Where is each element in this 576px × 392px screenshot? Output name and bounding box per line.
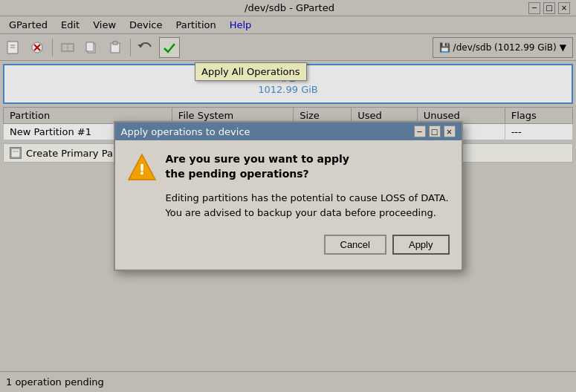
warning-icon: ! [127, 152, 157, 182]
dialog-warning-line2: You are advised to backup your data befo… [166, 206, 450, 220]
dialog-title: Apply operations to device [121, 126, 250, 137]
dialog-titlebar-buttons: − □ × [414, 125, 456, 137]
dialog-content: ! Are you sure you want to apply the pen… [115, 140, 462, 270]
svg-text:!: ! [138, 160, 145, 178]
dialog-header: ! Are you sure you want to apply the pen… [127, 152, 450, 182]
apply-dialog: Apply operations to device − □ × ! Are y… [114, 121, 463, 271]
dialog-minimize-button[interactable]: − [414, 125, 426, 137]
dialog-close-button[interactable]: × [444, 125, 456, 137]
dialog-overlay: Apply operations to device − □ × ! Are y… [0, 0, 576, 392]
dialog-question: Are you sure you want to apply the pendi… [166, 152, 349, 181]
dialog-warning-line1: Editing partitions has the potential to … [166, 191, 450, 206]
dialog-body: Editing partitions has the potential to … [166, 191, 450, 220]
dialog-buttons: Cancel Apply [127, 232, 450, 258]
apply-button[interactable]: Apply [392, 235, 450, 255]
dialog-maximize-button[interactable]: □ [429, 125, 441, 137]
dialog-titlebar: Apply operations to device − □ × [115, 122, 462, 140]
cancel-button[interactable]: Cancel [324, 235, 386, 255]
